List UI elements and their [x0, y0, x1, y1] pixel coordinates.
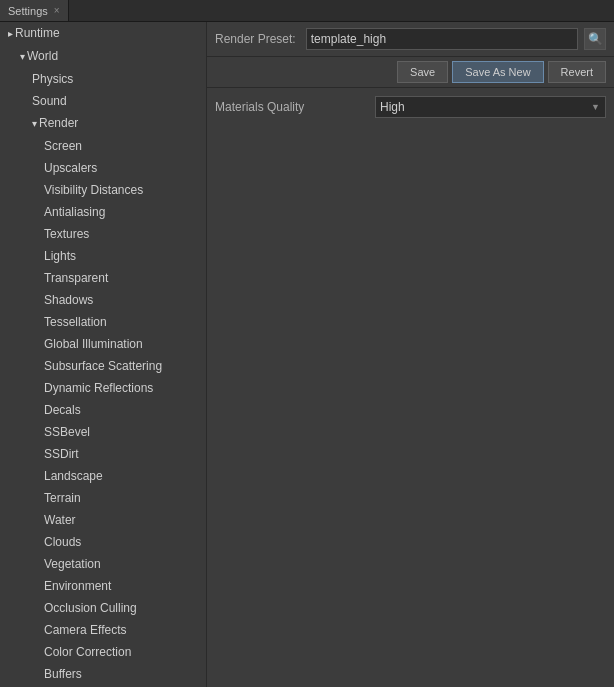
sidebar-item-label: Terrain: [44, 491, 81, 505]
sidebar-item-antialiasing[interactable]: Antialiasing: [0, 201, 206, 223]
sidebar-item-label: Textures: [44, 227, 89, 241]
sidebar-item-ssdirt[interactable]: SSDirt: [0, 443, 206, 465]
sidebar-item-label: Clouds: [44, 535, 81, 549]
sidebar-item-label: Transparent: [44, 271, 108, 285]
sidebar-item-dynamic-reflections[interactable]: Dynamic Reflections: [0, 377, 206, 399]
sidebar-item-buffers[interactable]: Buffers: [0, 663, 206, 685]
sidebar-item-label: Landscape: [44, 469, 103, 483]
sidebar-item-label: Runtime: [15, 26, 60, 40]
settings-tab[interactable]: Settings ×: [0, 0, 69, 21]
sidebar-item-shadows[interactable]: Shadows: [0, 289, 206, 311]
sidebar-item-color-correction[interactable]: Color Correction: [0, 641, 206, 663]
sidebar-item-label: Antialiasing: [44, 205, 105, 219]
sidebar-item-label: Decals: [44, 403, 81, 417]
materials-quality-label: Materials Quality: [215, 100, 375, 114]
sidebar-item-ssbevel[interactable]: SSBevel: [0, 421, 206, 443]
sidebar: ▸Runtime▾WorldPhysicsSound▾RenderScreenU…: [0, 22, 207, 687]
toolbar: Render Preset: 🔍: [207, 22, 614, 57]
action-row: Save Save As New Revert: [207, 57, 614, 88]
arrow-icon: ▾: [32, 115, 37, 133]
tab-label: Settings: [8, 5, 48, 17]
sidebar-item-physics[interactable]: Physics: [0, 68, 206, 90]
sidebar-item-occlusion-culling[interactable]: Occlusion Culling: [0, 597, 206, 619]
sidebar-item-label: World: [27, 49, 58, 63]
sidebar-item-camera-effects[interactable]: Camera Effects: [0, 619, 206, 641]
sidebar-item-terrain[interactable]: Terrain: [0, 487, 206, 509]
preset-label: Render Preset:: [215, 32, 296, 46]
content-area: Render Preset: 🔍 Save Save As New Revert…: [207, 22, 614, 687]
sidebar-item-global-illumination[interactable]: Global Illumination: [0, 333, 206, 355]
materials-quality-select-wrapper: LowMediumHighVery HighUltra: [375, 96, 606, 118]
sidebar-item-label: Lights: [44, 249, 76, 263]
sidebar-item-label: Dynamic Reflections: [44, 381, 153, 395]
sidebar-item-world[interactable]: ▾World: [0, 45, 206, 68]
sidebar-item-sound[interactable]: Sound: [0, 90, 206, 112]
sidebar-item-screen[interactable]: Screen: [0, 135, 206, 157]
arrow-icon: ▾: [20, 48, 25, 66]
sidebar-item-label: Environment: [44, 579, 111, 593]
sidebar-item-label: Render: [39, 116, 78, 130]
materials-quality-select[interactable]: LowMediumHighVery HighUltra: [375, 96, 606, 118]
sidebar-item-label: SSBevel: [44, 425, 90, 439]
materials-quality-row: Materials Quality LowMediumHighVery High…: [215, 96, 606, 118]
search-button[interactable]: 🔍: [584, 28, 606, 50]
sidebar-item-decals[interactable]: Decals: [0, 399, 206, 421]
sidebar-item-label: Vegetation: [44, 557, 101, 571]
sidebar-item-vegetation[interactable]: Vegetation: [0, 553, 206, 575]
sidebar-item-textures[interactable]: Textures: [0, 223, 206, 245]
settings-body: Materials Quality LowMediumHighVery High…: [207, 88, 614, 687]
sidebar-item-label: SSDirt: [44, 447, 79, 461]
sidebar-item-landscape[interactable]: Landscape: [0, 465, 206, 487]
sidebar-item-label: Buffers: [44, 667, 82, 681]
sidebar-item-label: Tessellation: [44, 315, 107, 329]
sidebar-tree: ▸Runtime▾WorldPhysicsSound▾RenderScreenU…: [0, 22, 206, 687]
sidebar-item-runtime[interactable]: ▸Runtime: [0, 22, 206, 45]
sidebar-item-label: Water: [44, 513, 76, 527]
tab-close-button[interactable]: ×: [54, 5, 60, 16]
revert-button[interactable]: Revert: [548, 61, 606, 83]
sidebar-item-lights[interactable]: Lights: [0, 245, 206, 267]
sidebar-item-water[interactable]: Water: [0, 509, 206, 531]
sidebar-item-clouds[interactable]: Clouds: [0, 531, 206, 553]
save-as-new-button[interactable]: Save As New: [452, 61, 543, 83]
sidebar-item-label: Upscalers: [44, 161, 97, 175]
sidebar-item-label: Visibility Distances: [44, 183, 143, 197]
sidebar-item-transparent[interactable]: Transparent: [0, 267, 206, 289]
sidebar-item-visibility-distances[interactable]: Visibility Distances: [0, 179, 206, 201]
save-button[interactable]: Save: [397, 61, 448, 83]
sidebar-item-label: Global Illumination: [44, 337, 143, 351]
sidebar-item-environment[interactable]: Environment: [0, 575, 206, 597]
search-icon: 🔍: [588, 32, 603, 46]
sidebar-item-upscalers[interactable]: Upscalers: [0, 157, 206, 179]
sidebar-item-render[interactable]: ▾Render: [0, 112, 206, 135]
arrow-icon: ▸: [8, 25, 13, 43]
sidebar-item-label: Physics: [32, 72, 73, 86]
sidebar-item-label: Shadows: [44, 293, 93, 307]
sidebar-item-label: Screen: [44, 139, 82, 153]
sidebar-item-label: Camera Effects: [44, 623, 126, 637]
sidebar-item-label: Occlusion Culling: [44, 601, 137, 615]
preset-input[interactable]: [306, 28, 578, 50]
sidebar-item-subsurface-scattering[interactable]: Subsurface Scattering: [0, 355, 206, 377]
sidebar-item-label: Color Correction: [44, 645, 131, 659]
sidebar-item-tessellation[interactable]: Tessellation: [0, 311, 206, 333]
sidebar-item-label: Subsurface Scattering: [44, 359, 162, 373]
sidebar-item-label: Sound: [32, 94, 67, 108]
